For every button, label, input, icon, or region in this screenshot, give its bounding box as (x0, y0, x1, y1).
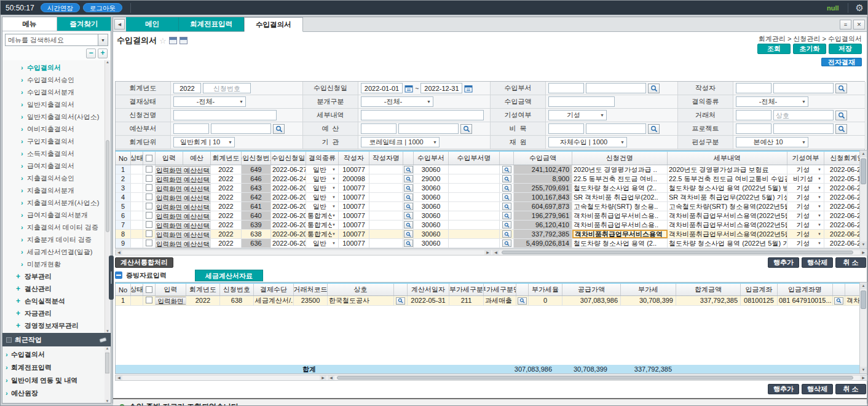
budget-select-button[interactable]: 예산선택 (183, 166, 211, 174)
cell-gisung-select[interactable]: 기성▼ (787, 211, 824, 220)
search-icon[interactable] (404, 212, 413, 219)
org-select[interactable]: 코레일테크 | 1000▼ (361, 137, 440, 147)
add-row-button[interactable]: 행추가 (768, 257, 799, 268)
cell-gisung-select[interactable]: 기성▼ (787, 230, 824, 238)
popup-window-icon[interactable] (169, 37, 177, 44)
logout-button[interactable]: 로그아웃 (83, 3, 122, 12)
electronic-approval-button[interactable]: 전자결재 (821, 58, 862, 66)
menu-tree-item[interactable]: 경영정보재무관리 (2, 319, 111, 332)
refresh-window-icon[interactable] (180, 37, 187, 44)
menu-tree-item[interactable]: 결산관리 (2, 283, 111, 295)
cell-type-select[interactable]: 일반▼ (306, 174, 339, 183)
income-table-hscrollbar[interactable]: ◀ ▶ ◀ ▶ (115, 249, 867, 256)
tab-favorites[interactable]: 즐겨찾기 (57, 17, 111, 31)
scroll-right-icon[interactable]: ▶ (860, 250, 867, 255)
document-tab[interactable]: 메인 (126, 17, 179, 31)
menu-tree-item[interactable]: 수입결의서분개 (2, 86, 111, 98)
clear-recent-icon[interactable] (99, 337, 107, 343)
row-checkbox[interactable] (146, 297, 152, 303)
search-icon[interactable] (460, 124, 472, 134)
add-row-button[interactable]: 행추가 (768, 384, 799, 394)
cell-gisung-select[interactable]: 비기성▼ (787, 174, 824, 183)
menu-tree-item[interactable]: 미분개현황 (2, 258, 111, 270)
budget-name-input[interactable] (398, 123, 459, 134)
tab-menu[interactable]: 메뉴 (2, 17, 57, 31)
menu-tree-item[interactable]: 급여지출결의서 (2, 160, 111, 172)
menu-tree-item[interactable]: 수입결의서승인 (2, 74, 111, 86)
menu-tree-item[interactable]: 지출분개 데이터 검증 (2, 233, 111, 246)
tab-list-icon[interactable]: ≡ (840, 20, 851, 29)
invoice-merge-button[interactable]: 계산서통합처리 (115, 257, 173, 268)
vendor-code-input[interactable] (736, 110, 771, 120)
settings-gear-icon[interactable]: ⚙ (856, 2, 864, 14)
vscrollbar-thumb[interactable] (861, 291, 866, 309)
scroll-up-icon[interactable]: ▲ (860, 283, 867, 289)
budget-class-select[interactable]: 본예산 10▼ (736, 137, 808, 147)
row-checkbox[interactable] (146, 221, 152, 228)
search-icon[interactable] (404, 175, 413, 182)
expense-item-code-input[interactable] (548, 123, 584, 134)
row-checkbox[interactable] (146, 212, 152, 219)
scroll-left-icon[interactable]: ◀ (328, 375, 334, 380)
cell-type-select[interactable]: 통합계산서▼ (306, 230, 339, 238)
menu-tree-item[interactable]: 일반지출결의서 (2, 98, 111, 111)
menu-tree-item[interactable]: 수입결의서 (2, 61, 111, 74)
search-icon[interactable] (273, 124, 285, 134)
select-all-checkbox[interactable] (146, 155, 152, 162)
menu-tree-item[interactable]: 구입지출결의서 (2, 135, 111, 147)
fund-source-select[interactable]: 자체수입 | 1000▼ (548, 137, 627, 147)
recent-work-item[interactable]: 일반이체 연동 및 내역 (2, 374, 111, 387)
search-icon[interactable] (502, 212, 511, 219)
recent-work-item[interactable]: 회계전표입력 (2, 361, 111, 374)
select-all-checkbox[interactable] (146, 286, 152, 293)
cell-type-select[interactable]: 일반▼ (306, 165, 339, 174)
budget-select-button[interactable]: 예산선택 (183, 193, 211, 201)
hscrollbar-thumb[interactable] (502, 251, 853, 254)
search-icon[interactable] (518, 297, 527, 305)
gisung-select[interactable]: 기성▼ (548, 110, 607, 120)
search-icon[interactable] (835, 84, 847, 93)
acct-year-input[interactable] (173, 83, 201, 93)
search-icon[interactable] (404, 193, 413, 201)
vscrollbar-thumb[interactable] (861, 158, 866, 184)
row-checkbox[interactable] (146, 184, 152, 191)
project-code-input[interactable] (736, 123, 771, 134)
menu-search-input[interactable] (5, 34, 98, 46)
budget-select-button[interactable]: 예산선택 (183, 184, 211, 192)
input-screen-button[interactable]: 입력화면 (156, 221, 183, 229)
menu-tree-item[interactable]: 지출결의서분개(사업소) (2, 197, 111, 209)
request-title-input[interactable] (173, 110, 277, 120)
menu-tree-item[interactable]: 지출결의서승인 (2, 172, 111, 184)
cell-gisung-select[interactable]: 기성▼ (787, 239, 824, 248)
delete-row-button[interactable]: 행삭제 (802, 257, 833, 268)
project-name-input[interactable] (773, 123, 834, 134)
cell-gisung-select[interactable]: 기성▼ (787, 221, 824, 229)
scroll-left-icon[interactable]: ◀ (116, 250, 122, 255)
scroll-left-icon[interactable]: ◀ (116, 375, 122, 380)
cell-type-select[interactable]: 통합계산서▼ (306, 221, 339, 229)
scroll-left-icon[interactable]: ◀ (492, 250, 499, 255)
budget-select-button[interactable]: 예산선택 (183, 203, 211, 211)
acct-unit-select[interactable]: 일반회계 | 10▼ (173, 137, 235, 147)
cell-gisung-select[interactable]: 기성▼ (787, 184, 824, 192)
search-dropdown-icon[interactable]: ▼ (98, 34, 108, 46)
search-icon[interactable] (502, 230, 511, 238)
reset-button[interactable]: 초기화 (793, 44, 826, 54)
row-checkbox[interactable] (146, 166, 152, 173)
search-icon[interactable] (502, 184, 511, 192)
budget-select-button[interactable]: 예산선택 (183, 221, 211, 229)
row-checkbox[interactable] (146, 230, 152, 237)
cell-gisung-select[interactable]: 기성▼ (787, 193, 824, 201)
income-dept-name-input[interactable] (586, 83, 646, 93)
menu-tree-item[interactable]: 부가세자료관리 (2, 332, 111, 333)
income-table-vscrollbar[interactable]: ▲ ▼ (859, 150, 867, 248)
search-icon[interactable] (502, 203, 511, 210)
scroll-down-icon[interactable]: ▼ (860, 367, 867, 373)
tab-close-icon[interactable]: ✕ (853, 20, 865, 29)
calendar-icon[interactable] (404, 84, 413, 93)
budget-dept-code-input[interactable] (173, 123, 209, 134)
scroll-up-icon[interactable]: ▲ (860, 150, 867, 157)
row-checkbox[interactable] (146, 175, 152, 182)
journal-type-select[interactable]: -전체-▼ (361, 96, 433, 107)
search-icon[interactable] (502, 221, 511, 228)
